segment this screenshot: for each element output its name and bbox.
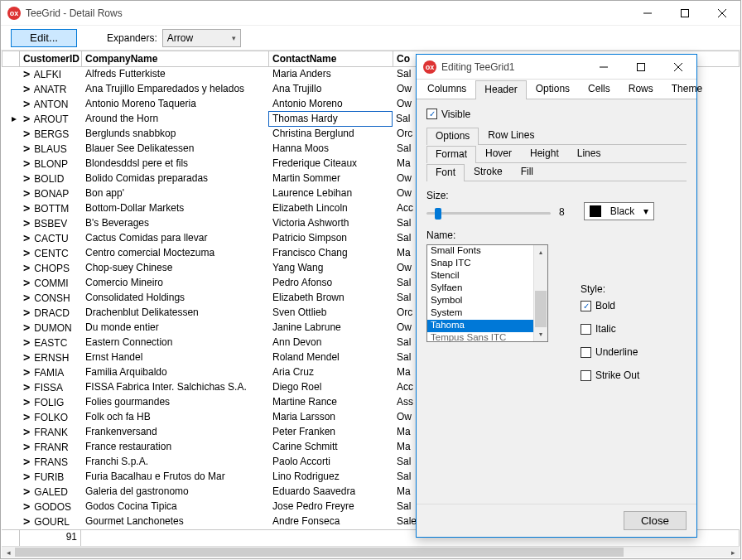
cell-customerid[interactable]: > FRANR	[20, 440, 82, 455]
scroll-right-icon[interactable]: ▸	[726, 548, 740, 557]
font-option[interactable]: Snap ITC	[427, 258, 547, 270]
tab-header[interactable]: Header	[475, 80, 526, 99]
scroll-up-icon[interactable]: ▴	[539, 245, 542, 259]
cell-customerid[interactable]: > CACTU	[20, 231, 82, 246]
cell-companyname[interactable]: Ana Trujillo Emparedados y helados	[82, 82, 269, 97]
visible-checkbox[interactable]: ✓ Visible	[426, 109, 470, 120]
subtabs-level2[interactable]: FormatHoverHeightLines	[426, 145, 687, 163]
editor-minimize-button[interactable]	[585, 55, 622, 80]
expanders-combo[interactable]: Arrow ▾	[162, 29, 241, 47]
cell-companyname[interactable]: Godos Cocina Tipica	[82, 500, 269, 514]
cell-customerid[interactable]: > BOTTM	[20, 201, 82, 216]
tab-columns[interactable]: Columns	[418, 80, 475, 99]
cell-contactname[interactable]: Peter Franken	[269, 425, 393, 440]
cell-companyname[interactable]: Ernst Handel	[82, 350, 269, 365]
cell-companyname[interactable]: Antonio Moreno Taqueria	[82, 97, 269, 112]
cell-contactname[interactable]: Ann Devon	[269, 336, 393, 350]
cell-customerid[interactable]: > FRANS	[20, 455, 82, 470]
cell-contactname[interactable]: Elizabeth Brown	[269, 291, 393, 306]
cell-contactname[interactable]: Yang Wang	[269, 261, 393, 276]
style-checkbox-strike-out[interactable]: Strike Out	[581, 369, 639, 381]
font-option[interactable]: Stencil	[427, 270, 547, 282]
cell-customerid[interactable]: > FAMIA	[20, 365, 82, 380]
cell-companyname[interactable]: France restauration	[82, 440, 269, 455]
cell-contactname[interactable]: Aria Cruz	[269, 365, 393, 380]
font-option[interactable]: Tempus Sans ITC	[427, 332, 547, 342]
cell-customerid[interactable]: > FOLKO	[20, 410, 82, 425]
cell-contactname[interactable]: Lino Rodriguez	[269, 470, 393, 485]
cell-customerid[interactable]: > CONSH	[20, 291, 82, 306]
cell-companyname[interactable]: Alfreds Futterkiste	[82, 67, 269, 82]
cell-companyname[interactable]: Galeria del gastronomo	[82, 485, 269, 500]
tab-cells[interactable]: Cells	[579, 80, 619, 99]
cell-customerid[interactable]: > GOURL	[20, 514, 82, 529]
cell-customerid[interactable]: > BLAUS	[20, 142, 82, 157]
cell-contactname[interactable]: Eduardo Saavedra	[269, 485, 393, 500]
cell-contactname[interactable]: Ana Trujillo	[269, 82, 393, 97]
cell-contactname[interactable]: Sven Ottlieb	[269, 306, 393, 321]
scrollbar-thumb[interactable]	[535, 291, 547, 327]
cell-contactname[interactable]: Janine Labrune	[269, 321, 393, 336]
cell-contactname[interactable]: Martin Sommer	[269, 171, 393, 186]
cell-companyname[interactable]: Familia Arquibaldo	[82, 365, 269, 380]
cell-contactname[interactable]: Andre Fonseca	[269, 514, 393, 529]
cell-contactname[interactable]: Martine Rance	[269, 395, 393, 410]
size-slider[interactable]: 8	[426, 205, 551, 221]
column-header-customerid[interactable]: CustomerID	[20, 51, 82, 67]
cell-contactname[interactable]: Carine Schmitt	[269, 440, 393, 455]
cell-companyname[interactable]: Furia Bacalhau e Frutos do Mar	[82, 470, 269, 485]
cell-companyname[interactable]: Drachenblut Delikatessen	[82, 306, 269, 321]
style-checkbox-italic[interactable]: Italic	[581, 323, 639, 335]
tab-fill[interactable]: Fill	[512, 163, 542, 181]
cell-contactname[interactable]: Elizabeth Lincoln	[269, 201, 393, 216]
cell-customerid[interactable]: > ALFKI	[20, 67, 82, 82]
tab-options[interactable]: Options	[426, 128, 479, 145]
cell-contactname[interactable]: Maria Larsson	[269, 410, 393, 425]
cell-companyname[interactable]: Comercio Mineiro	[82, 276, 269, 291]
cell-customerid[interactable]: > DUMON	[20, 321, 82, 336]
scroll-left-icon[interactable]: ◂	[2, 548, 15, 557]
maximize-button[interactable]	[666, 1, 703, 26]
tab-options[interactable]: Options	[527, 80, 579, 99]
cell-customerid[interactable]: > FURIB	[20, 470, 82, 485]
cell-companyname[interactable]: Bolido Comidas preparadas	[82, 171, 269, 186]
tab-hover[interactable]: Hover	[476, 145, 521, 162]
cell-customerid[interactable]: > ANATR	[20, 82, 82, 97]
tab-stroke[interactable]: Stroke	[465, 163, 512, 181]
font-option[interactable]: System	[427, 307, 547, 320]
editor-close-action-button[interactable]: Close	[624, 511, 687, 530]
row-indicator-column[interactable]	[2, 51, 20, 67]
style-checkbox-bold[interactable]: ✓Bold	[581, 300, 639, 311]
cell-companyname[interactable]: FISSA Fabrica Inter. Salchichas S.A.	[82, 380, 269, 395]
cell-contactname[interactable]: Paolo Accorti	[269, 455, 393, 470]
cell-customerid[interactable]: > BSBEV	[20, 216, 82, 231]
tab-row-lines[interactable]: Row Lines	[479, 127, 543, 144]
cell-customerid[interactable]: > DRACD	[20, 306, 82, 321]
cell-companyname[interactable]: Bon app'	[82, 186, 269, 201]
cell-companyname[interactable]: Du monde entier	[82, 321, 269, 336]
cell-companyname[interactable]: Chop-suey Chinese	[82, 261, 269, 276]
cell-contactname[interactable]: Francisco Chang	[269, 246, 393, 261]
cell-customerid[interactable]: > BERGS	[20, 127, 82, 142]
cell-customerid[interactable]: > AROUT	[20, 112, 82, 127]
cell-companyname[interactable]: Folies gourmandes	[82, 395, 269, 410]
font-option[interactable]: Sylfaen	[427, 282, 547, 295]
cell-companyname[interactable]: Eastern Connection	[82, 336, 269, 350]
tab-rows[interactable]: Rows	[619, 80, 662, 99]
tab-lines[interactable]: Lines	[568, 145, 610, 162]
cell-companyname[interactable]: Folk och fa HB	[82, 410, 269, 425]
editor-close-button[interactable]	[659, 55, 696, 80]
cell-customerid[interactable]: > BLONP	[20, 157, 82, 171]
color-combo[interactable]: Black ▾	[584, 202, 654, 220]
cell-contactname[interactable]: Pedro Afonso	[269, 276, 393, 291]
tab-format[interactable]: Format	[426, 146, 476, 163]
subtabs-level1[interactable]: OptionsRow Lines	[426, 127, 687, 145]
cell-contactname[interactable]: Antonio Moreno	[269, 97, 393, 112]
cell-customerid[interactable]: > BONAP	[20, 186, 82, 201]
cell-companyname[interactable]: Around the Horn	[82, 112, 269, 127]
cell-contactname[interactable]: Diego Roel	[269, 380, 393, 395]
font-list[interactable]: Small FontsSnap ITCStencilSylfaenSymbolS…	[426, 244, 548, 342]
font-list-scrollbar[interactable]: ▴ ▾	[533, 245, 547, 341]
style-checkbox-underline[interactable]: Underline	[581, 346, 639, 358]
cell-customerid[interactable]: > COMMI	[20, 276, 82, 291]
